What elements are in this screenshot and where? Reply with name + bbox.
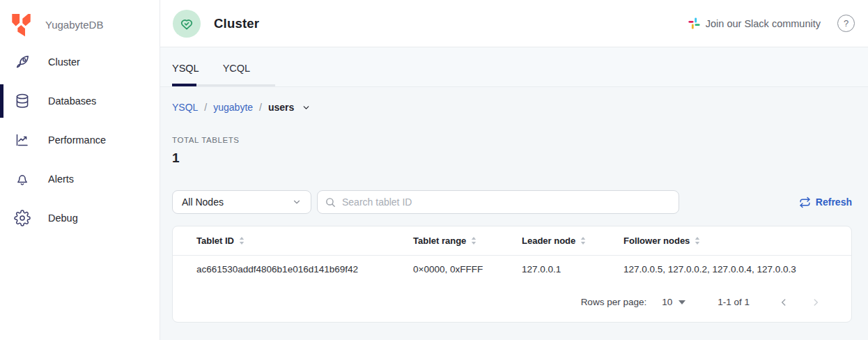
tab-bar: YSQL YCQL: [160, 47, 868, 87]
breadcrumb-separator: /: [259, 102, 262, 113]
sidebar-item-label: Alerts: [48, 173, 74, 185]
sidebar-item-cluster[interactable]: Cluster: [0, 42, 160, 82]
sort-icon: [471, 236, 476, 245]
database-icon: [14, 93, 31, 109]
sort-icon: [580, 236, 586, 245]
tablet-search-box: [317, 190, 679, 214]
rows-per-page-select[interactable]: 10: [662, 297, 685, 307]
rocket-icon: [14, 54, 31, 70]
brand-name: YugabyteDB: [45, 19, 103, 31]
sidebar-item-databases[interactable]: Databases: [0, 82, 160, 121]
rows-per-page-label: Rows per page:: [581, 297, 647, 307]
brand: YugabyteDB: [0, 0, 160, 40]
slack-icon: [688, 17, 700, 29]
tab-ysql[interactable]: YSQL: [172, 60, 199, 74]
breadcrumb: YSQL / yugabyte / users: [172, 102, 852, 113]
chart-line-icon: [14, 132, 31, 148]
app-window: YugabyteDB Cluster: [0, 0, 868, 340]
tablets-summary: TOTAL TABLETS 1: [172, 136, 852, 166]
refresh-button-label: Refresh: [816, 196, 852, 208]
tablet-search-input[interactable]: [342, 196, 672, 208]
column-header-follower-nodes[interactable]: Follower nodes: [623, 235, 851, 246]
breadcrumb-current-table: users: [268, 102, 294, 113]
main-area: Cluster Join our Slack community ? YSQL: [160, 0, 868, 340]
caret-down-icon: [679, 300, 685, 304]
sidebar-item-label: Performance: [48, 134, 106, 146]
cluster-health-badge: [173, 10, 201, 38]
sidebar-nav: Cluster Databases: [0, 42, 160, 238]
breadcrumb-link-ysql[interactable]: YSQL: [172, 102, 198, 113]
refresh-icon: [799, 196, 811, 208]
yugabytedb-logo-icon: [10, 13, 32, 37]
column-header-leader-node[interactable]: Leader node: [522, 235, 623, 246]
table-controls: All Nodes Refresh: [172, 190, 852, 214]
tab-ycql[interactable]: YCQL: [223, 60, 251, 74]
slack-link-label: Join our Slack community: [706, 18, 821, 29]
breadcrumb-separator: /: [204, 102, 207, 113]
chevron-down-icon: [292, 197, 302, 207]
help-icon[interactable]: ?: [837, 15, 855, 32]
next-page-icon[interactable]: [811, 298, 821, 307]
active-tab-indicator: [172, 84, 196, 86]
tablets-table-card: Tablet ID Tablet range Leader node Follo…: [172, 226, 852, 323]
previous-page-icon[interactable]: [779, 298, 789, 307]
cell-follower-nodes: 127.0.0.5, 127.0.0.2, 127.0.0.4, 127.0.0…: [623, 264, 851, 275]
sidebar-item-performance[interactable]: Performance: [0, 121, 160, 160]
content-area: YSQL / yugabyte / users TOTAL TABLETS 1 …: [160, 87, 868, 340]
breadcrumb-link-yugabyte[interactable]: yugabyte: [213, 102, 253, 113]
refresh-button[interactable]: Refresh: [799, 196, 852, 208]
node-filter-select[interactable]: All Nodes: [172, 190, 311, 214]
table-selector-chevron-down-icon[interactable]: [302, 103, 311, 112]
total-tablets-label: TOTAL TABLETS: [172, 136, 852, 144]
pagination-range: 1-1 of 1: [718, 297, 750, 307]
page-header: Cluster Join our Slack community ?: [160, 0, 868, 47]
gear-icon: [14, 210, 31, 226]
sidebar-item-label: Debug: [48, 212, 78, 224]
slack-community-link[interactable]: Join our Slack community: [688, 17, 821, 29]
cell-leader-node: 127.0.0.1: [522, 264, 623, 275]
bell-icon: [14, 171, 31, 187]
search-icon: [325, 196, 336, 208]
heart-check-icon: [179, 16, 194, 31]
sort-icon: [695, 236, 700, 245]
sidebar-item-label: Cluster: [48, 56, 80, 68]
sort-icon: [239, 236, 245, 245]
sidebar-item-alerts[interactable]: Alerts: [0, 160, 160, 199]
page-title: Cluster: [214, 16, 259, 31]
total-tablets-value: 1: [172, 150, 852, 166]
column-header-tablet-id[interactable]: Tablet ID: [196, 235, 413, 246]
active-item-indicator: [0, 84, 3, 118]
rows-per-page-value: 10: [662, 297, 672, 307]
sidebar: YugabyteDB Cluster: [0, 0, 160, 340]
node-filter-value: All Nodes: [182, 196, 224, 208]
table-row[interactable]: ac661530addf4806b1e016d141b69f42 0×0000,…: [173, 256, 851, 282]
cell-tablet-range: 0×0000, 0xFFFF: [413, 264, 522, 275]
pagination: Rows per page: 10 1-1 of 1: [173, 282, 851, 322]
table-header-row: Tablet ID Tablet range Leader node Follo…: [173, 226, 851, 256]
sidebar-item-debug[interactable]: Debug: [0, 199, 160, 238]
column-header-tablet-range[interactable]: Tablet range: [413, 235, 522, 246]
sidebar-item-label: Databases: [48, 95, 96, 107]
cell-tablet-id: ac661530addf4806b1e016d141b69f42: [196, 264, 413, 275]
